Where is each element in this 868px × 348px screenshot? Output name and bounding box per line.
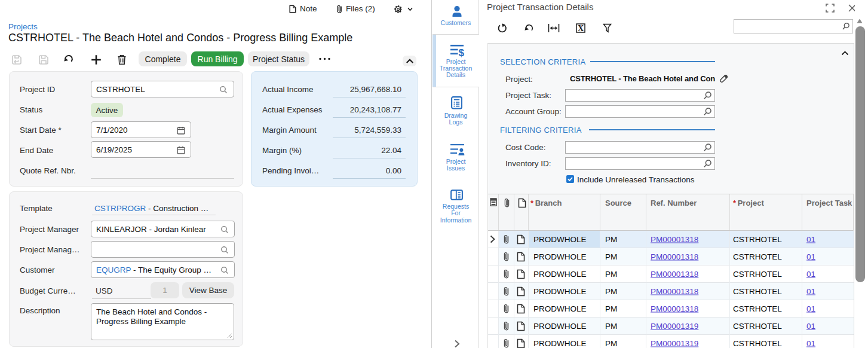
svg-text:$: $ <box>459 47 465 58</box>
svg-text:X: X <box>578 24 584 33</box>
